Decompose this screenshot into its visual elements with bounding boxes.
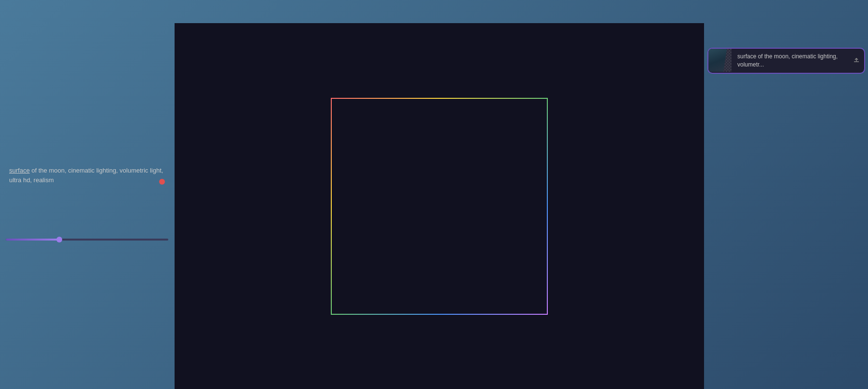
image-label-text: surface of the moon, cinematic lighting,… [737, 53, 843, 69]
image-thumb [708, 49, 732, 72]
main-image-card[interactable]: surface of the moon, cinematic lighting,… [708, 49, 864, 73]
prompt-text[interactable]: surface of the moon, cinematic lighting,… [9, 166, 165, 185]
upload-icon-button[interactable] [853, 56, 860, 65]
image-card-label: surface of the moon, cinematic lighting,… [732, 49, 849, 73]
image-count-slider-thumb [56, 237, 62, 242]
image-card-actions [849, 49, 864, 73]
canvas-image [331, 98, 548, 315]
main-layout: Generate Edit ▼ Eraser settings [0, 23, 868, 389]
left-sidebar: Generate Edit ▼ Eraser settings [0, 23, 175, 389]
style-value-left: Style Photographic [6, 125, 63, 140]
style-value-row[interactable]: Style Photographic › [0, 125, 174, 144]
image-count-slider-fill [6, 239, 59, 241]
astronaut-figure [331, 98, 450, 315]
canvas-area [175, 23, 704, 389]
image-card-inner: surface of the moon, cinematic lighting,… [708, 49, 864, 73]
image-count-slider[interactable] [6, 239, 168, 241]
lighting-overlay [331, 98, 450, 315]
prompt-body: surface of the moon, cinematic lighting,… [4, 164, 170, 189]
canvas-wrapper[interactable] [331, 98, 548, 315]
style-thumbnail [6, 126, 19, 139]
prompt-rest: of the moon, cinematic lighting, volumet… [9, 167, 163, 184]
record-button[interactable] [159, 179, 165, 185]
sidebar-content: ▼ Eraser settings Size 32 [0, 45, 174, 356]
prompt-underline-word: surface [9, 167, 30, 174]
